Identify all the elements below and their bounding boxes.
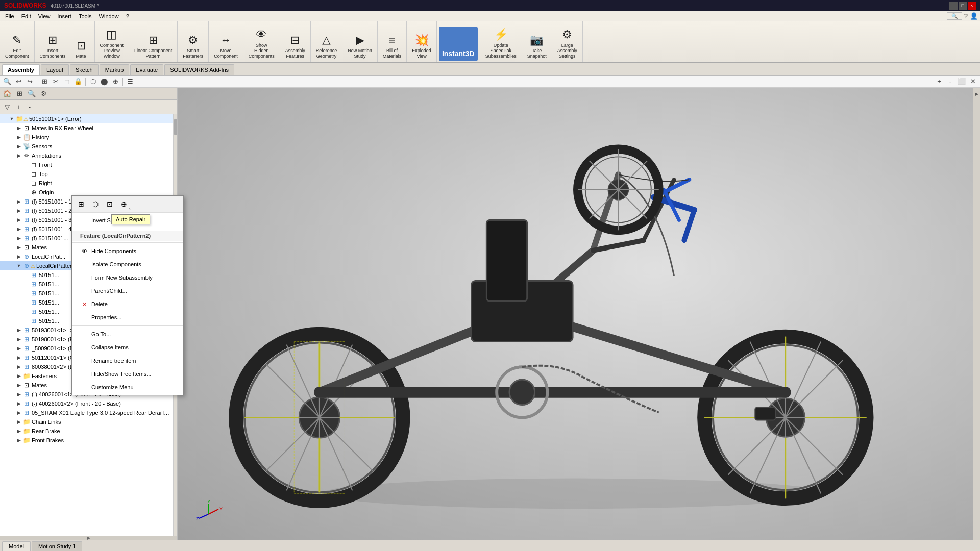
- ctx-collapse-items[interactable]: Collapse Items: [72, 341, 183, 354]
- sec-section[interactable]: ✂: [51, 77, 61, 87]
- tree-expand-all[interactable]: +: [13, 102, 23, 112]
- ctx-toolbar-btn-3[interactable]: ⊡: [104, 198, 116, 210]
- explode-icon: 💥: [415, 34, 429, 47]
- ctx-hideshow-tree[interactable]: Hide/Show Tree Items...: [72, 367, 183, 381]
- ctx-delete[interactable]: ✕ Delete: [72, 297, 183, 311]
- panel-filter[interactable]: ⊞: [14, 89, 24, 99]
- 5009-icon: ⊞: [22, 344, 31, 353]
- ribbon-reference-geometry[interactable]: △ ReferenceGeometry: [313, 27, 340, 61]
- menu-tools[interactable]: Tools: [76, 12, 95, 20]
- close-button[interactable]: ×: [968, 2, 976, 10]
- ribbon-linear-pattern[interactable]: ⊞ Linear ComponentPattern: [131, 27, 175, 61]
- tree-chain-links[interactable]: ▶ 📁 Chain Links: [0, 417, 173, 427]
- tab-markup[interactable]: Markup: [100, 64, 130, 75]
- tree-mates-rear-wheel[interactable]: ▶ ⊡ Mates in RX Rear Wheel: [0, 123, 173, 133]
- ctx-properties[interactable]: Properties...: [72, 311, 183, 324]
- ribbon-large-assembly[interactable]: ⚙ LargeAssemblySettings: [554, 27, 580, 61]
- right-label: Right: [39, 180, 52, 186]
- menu-edit[interactable]: Edit: [18, 12, 34, 20]
- root-expand[interactable]: ▼: [8, 115, 15, 122]
- sec-close-viewport[interactable]: ✕: [968, 77, 978, 87]
- ctx-toolbar-btn-4[interactable]: ⊕ ↖: [118, 198, 130, 210]
- sec-scene[interactable]: ⬤: [99, 77, 109, 87]
- solidworks-logo: SOLIDWORKS: [4, 2, 46, 9]
- ctx-rename[interactable]: Rename tree item: [72, 354, 183, 367]
- ctx-goto[interactable]: Go To...: [72, 328, 183, 341]
- ctx-hide-components[interactable]: 👁 Hide Components: [72, 244, 183, 258]
- ctx-parent-child[interactable]: Parent/Child...: [72, 284, 183, 297]
- tab-addins[interactable]: SOLIDWORKS Add-Ins: [164, 64, 234, 75]
- sec-lights[interactable]: ⊕: [110, 77, 120, 87]
- sec-undo[interactable]: ↩: [13, 77, 23, 87]
- viewport[interactable]: X Y Z: [178, 88, 973, 540]
- tree-filter[interactable]: ▽: [2, 102, 12, 112]
- tab-evaluate[interactable]: Evaluate: [130, 64, 163, 75]
- menu-window[interactable]: Window: [96, 12, 122, 20]
- minimize-button[interactable]: —: [949, 2, 958, 10]
- sec-view-orient[interactable]: ⊞: [39, 77, 50, 87]
- tree-sram[interactable]: ▶ ⊞ 05_SRAM X01 Eagle Type 3.0 12-speed …: [0, 408, 173, 417]
- menu-insert[interactable]: Insert: [54, 12, 75, 20]
- ribbon-snapshot[interactable]: 📷 TakeSnapshot: [524, 27, 550, 61]
- ribbon-new-motion[interactable]: ▶ New MotionStudy: [345, 27, 375, 61]
- help-button[interactable]: ?: [964, 12, 968, 20]
- ribbon-bom-label: Bill ofMaterials: [383, 48, 402, 59]
- user-button[interactable]: 👤: [970, 12, 978, 20]
- ribbon-edit-component[interactable]: ✎ EditComponent: [2, 27, 32, 61]
- ribbon-insert-components[interactable]: ⊞ InsertComponents: [37, 27, 69, 61]
- rear-brake-label: Rear Brake: [32, 428, 60, 434]
- ribbon-mate[interactable]: ⊡ Mate: [70, 27, 92, 61]
- panel-home[interactable]: 🏠: [2, 89, 12, 99]
- tree-right-plane[interactable]: ▶ ◻ Right: [0, 179, 173, 188]
- tree-history[interactable]: ▶ 📋 History: [0, 133, 173, 142]
- tree-collapse-all[interactable]: -: [24, 102, 35, 112]
- tree-annotations[interactable]: ▶ ✏ Annotations: [0, 151, 173, 160]
- scrollbar-thumb[interactable]: [174, 119, 177, 135]
- menu-file[interactable]: File: [2, 12, 17, 20]
- ribbon-smart-fasteners[interactable]: ⚙ SmartFasteners: [180, 27, 206, 61]
- ribbon-preview-label: ComponentPreviewWindow: [100, 43, 124, 59]
- tree-40026-2[interactable]: ▶ ⊞ (-) 40026001<2> (Front - 20 - Base): [0, 399, 173, 408]
- panel-search[interactable]: 🔍: [27, 89, 37, 99]
- ribbon-exploded-view[interactable]: 💥 ExplodedView: [409, 27, 434, 61]
- sec-redo[interactable]: ↪: [24, 77, 35, 87]
- tree-root[interactable]: ▼ 📁 ⚠ 50151001<1> (Error): [0, 114, 173, 123]
- tree-front-plane[interactable]: ▶ ◻ Front: [0, 160, 173, 169]
- tab-assembly[interactable]: Assembly: [2, 64, 40, 75]
- menu-view[interactable]: View: [35, 12, 54, 20]
- search-button[interactable]: 🔍: [947, 12, 962, 20]
- sec-appearance[interactable]: ⬡: [88, 77, 98, 87]
- tree-top-plane[interactable]: ▶ ◻ Top: [0, 169, 173, 179]
- tab-sketch[interactable]: Sketch: [70, 64, 99, 75]
- ctx-form-subassembly[interactable]: Form New Subassembly: [72, 271, 183, 284]
- tree-sensors[interactable]: ▶ 📡 Sensors: [0, 142, 173, 151]
- bottom-tab-model[interactable]: Model: [2, 541, 31, 551]
- sec-zoom-in[interactable]: +: [934, 77, 944, 87]
- sec-hide[interactable]: 🔒: [73, 77, 83, 87]
- panel-bottom-expander[interactable]: ▶: [0, 536, 177, 540]
- panel-gear[interactable]: ⚙: [39, 89, 49, 99]
- sec-display[interactable]: ◻: [62, 77, 72, 87]
- ribbon-show-hidden[interactable]: 👁 ShowHiddenComponents: [246, 27, 278, 61]
- ribbon-component-preview[interactable]: ◫ ComponentPreviewWindow: [97, 27, 127, 61]
- tab-layout[interactable]: Layout: [41, 64, 69, 75]
- ribbon-speedpak[interactable]: ⚡ UpdateSpeedPakSubassemblies: [482, 27, 520, 61]
- menu-help[interactable]: ?: [123, 12, 132, 20]
- sec-realview[interactable]: ☰: [125, 77, 135, 87]
- ctx-hide-label: Hide Components: [91, 248, 136, 254]
- ctx-customize-menu[interactable]: Customize Menu: [72, 381, 183, 394]
- ribbon-instant3d[interactable]: Instant3D: [439, 27, 478, 61]
- ctx-isolate-components[interactable]: Isolate Components: [72, 258, 183, 271]
- ribbon-move-component[interactable]: ↔ MoveComponent: [211, 27, 241, 61]
- ribbon-assembly-features[interactable]: ⊟ AssemblyFeatures: [282, 27, 308, 61]
- sec-zoom-out[interactable]: -: [945, 77, 955, 87]
- tree-front-brakes[interactable]: ▶ 📁 Front Brakes: [0, 436, 173, 445]
- ctx-toolbar-btn-1[interactable]: ⊞: [75, 198, 87, 210]
- sec-search[interactable]: 🔍: [2, 77, 12, 87]
- bottom-tab-motion[interactable]: Motion Study 1: [32, 541, 82, 551]
- ribbon-bom[interactable]: ≡ Bill ofMaterials: [380, 27, 405, 61]
- ctx-toolbar-btn-2[interactable]: ⬡: [89, 198, 102, 210]
- maximize-button[interactable]: □: [959, 2, 967, 10]
- tree-rear-brake[interactable]: ▶ 📁 Rear Brake: [0, 427, 173, 436]
- sec-maximize[interactable]: ⬜: [957, 77, 967, 87]
